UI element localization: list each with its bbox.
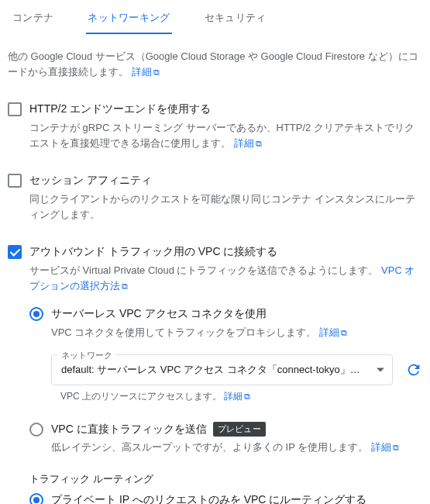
refresh-icon bbox=[405, 361, 422, 378]
external-link-icon: ⧉ bbox=[256, 139, 262, 148]
tab-container[interactable]: コンテナ bbox=[11, 5, 55, 34]
http2-desc: コンテナが gRPC ストリーミング サーバーであるか、HTTP/2 クリアテキ… bbox=[29, 120, 422, 151]
external-link-icon: ⧉ bbox=[244, 392, 250, 401]
intro-body: 他の Google Cloud サービス（Google Cloud Storag… bbox=[8, 50, 418, 78]
routing-private-title: プライベート IP へのリクエストのみを VPC にルーティングする bbox=[51, 492, 422, 504]
session-affinity-desc: 同じクライアントからのリクエストを可能な限り同じコンテナ インスタンスにルーティ… bbox=[29, 192, 422, 223]
vpc-connect-desc: サービスが Virtual Private Cloud にトラフィックを送信でき… bbox=[29, 263, 422, 294]
vpc-mode-direct-learn-more-link[interactable]: 詳細⧉ bbox=[371, 441, 399, 453]
vpc-network-help-link[interactable]: 詳細⧉ bbox=[224, 391, 250, 402]
tab-bar: コンテナ ネットワーキング セキュリティ bbox=[5, 0, 425, 35]
external-link-icon: ⧉ bbox=[341, 328, 347, 337]
external-link-icon: ⧉ bbox=[153, 67, 160, 77]
vpc-network-value: default: サーバーレス VPC アクセス コネクタ「connect-to… bbox=[61, 363, 366, 377]
vpc-connect-title: アウトバウンド トラフィック用の VPC に接続する bbox=[29, 244, 422, 260]
vpc-mode-connector-learn-more-link[interactable]: 詳細⧉ bbox=[319, 326, 347, 338]
vpc-connect-checkbox[interactable] bbox=[8, 245, 22, 259]
vpc-mode-connector-radio[interactable] bbox=[29, 307, 43, 321]
http2-checkbox[interactable] bbox=[8, 102, 22, 116]
tab-networking[interactable]: ネットワーキング bbox=[86, 5, 171, 34]
external-link-icon: ⧉ bbox=[122, 281, 128, 291]
vpc-network-help: VPC 上のリソースにアクセスします。 詳細⧉ bbox=[60, 390, 422, 403]
tab-security[interactable]: セキュリティ bbox=[203, 5, 268, 34]
vpc-network-select[interactable]: ネットワーク default: サーバーレス VPC アクセス コネクタ「con… bbox=[51, 354, 393, 385]
traffic-routing-heading: トラフィック ルーティング bbox=[29, 472, 422, 486]
vpc-mode-direct-title: VPC に直接トラフィックを送信 プレビュー bbox=[51, 422, 422, 437]
vpc-mode-connector-title: サーバーレス VPC アクセス コネクタを使用 bbox=[51, 306, 422, 322]
session-affinity-title: セッション アフィニティ bbox=[29, 173, 422, 188]
http2-learn-more-link[interactable]: 詳細⧉ bbox=[234, 137, 262, 149]
chevron-down-icon bbox=[377, 368, 384, 371]
http2-title: HTTP/2 エンドツーエンドを使用する bbox=[29, 102, 422, 117]
routing-private-radio[interactable] bbox=[29, 493, 43, 504]
preview-badge: プレビュー bbox=[213, 422, 267, 437]
intro-text: 他の Google Cloud サービス（Google Cloud Storag… bbox=[8, 49, 422, 80]
session-affinity-checkbox[interactable] bbox=[8, 174, 22, 188]
vpc-mode-direct-radio[interactable] bbox=[29, 423, 43, 437]
intro-learn-more-link[interactable]: 詳細⧉ bbox=[132, 66, 160, 78]
vpc-mode-direct-desc: 低レイテンシ、高スループットですが、より多くの IP を使用します。 詳細⧉ bbox=[51, 440, 422, 455]
external-link-icon: ⧉ bbox=[393, 443, 399, 452]
vpc-network-label: ネットワーク bbox=[58, 350, 115, 361]
vpc-network-refresh-button[interactable] bbox=[405, 361, 422, 378]
vpc-mode-connector-desc: VPC コネクタを使用してトラフィックをプロキシします。 詳細⧉ bbox=[51, 325, 422, 340]
